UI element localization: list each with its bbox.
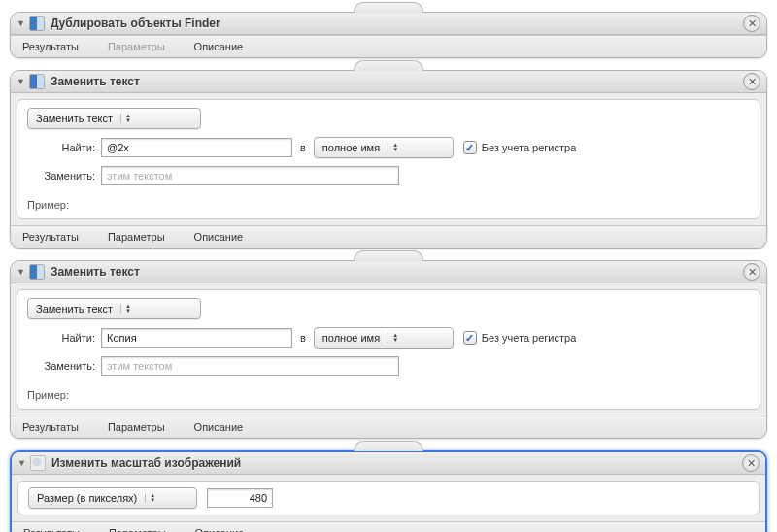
- find-input[interactable]: [101, 138, 292, 157]
- finder-icon: [29, 264, 45, 280]
- example-row: Пример:: [27, 193, 750, 211]
- replace-input[interactable]: [101, 166, 399, 185]
- disclosure-icon[interactable]: ▼: [17, 458, 26, 468]
- mode-select-value: Заменить текст: [36, 303, 113, 315]
- size-mode-select-value: Размер (в пикселях): [37, 492, 137, 504]
- tab-results[interactable]: Результаты: [17, 527, 85, 532]
- action-footer: Результаты Параметры Описание: [12, 521, 765, 532]
- updown-icon: ▲▼: [120, 304, 131, 314]
- action-duplicate-finder: ▼ Дублировать объекты Finder ✕ Результат…: [10, 12, 767, 58]
- mode-select[interactable]: Заменить текст ▲▼: [27, 298, 201, 319]
- close-button[interactable]: ✕: [742, 454, 760, 472]
- disclosure-icon[interactable]: ▼: [17, 18, 25, 28]
- close-button[interactable]: ✕: [743, 73, 760, 90]
- finder-icon: [29, 74, 45, 89]
- scope-select[interactable]: полное имя ▲▼: [314, 327, 454, 349]
- scope-select-value: полное имя: [322, 332, 380, 344]
- tab-options[interactable]: Параметры: [102, 421, 171, 433]
- replace-input[interactable]: [101, 356, 399, 376]
- connector-tab: [354, 2, 423, 13]
- checkbox-icon: ✓: [463, 331, 477, 345]
- action-body: Заменить текст ▲▼ Найти: в полное имя ▲▼…: [17, 99, 760, 219]
- checkbox-icon: ✓: [463, 141, 477, 154]
- example-label: Пример:: [27, 199, 69, 211]
- tab-options: Параметры: [102, 41, 171, 52]
- preview-icon: [30, 455, 46, 471]
- mode-select[interactable]: Заменить текст ▲▼: [27, 108, 201, 129]
- tab-options[interactable]: Параметры: [103, 527, 172, 532]
- scope-select-value: полное имя: [322, 142, 380, 153]
- example-row: Пример:: [27, 383, 750, 401]
- action-titlebar: ▼ Изменить масштаб изображений ✕: [12, 452, 765, 475]
- finder-icon: [29, 16, 45, 31]
- disclosure-icon[interactable]: ▼: [17, 267, 25, 277]
- tab-results[interactable]: Результаты: [17, 41, 84, 52]
- tab-results[interactable]: Результаты: [17, 421, 84, 433]
- action-title: Дублировать объекты Finder: [51, 17, 220, 30]
- scope-select[interactable]: полное имя ▲▼: [314, 137, 454, 158]
- connector-tab: [354, 250, 423, 261]
- find-label: Найти:: [27, 142, 95, 153]
- tab-options[interactable]: Параметры: [102, 231, 171, 243]
- action-replace-text-2: ▼ Заменить текст ✕ Заменить текст ▲▼ Най…: [10, 260, 767, 439]
- find-input[interactable]: [101, 328, 292, 348]
- find-label: Найти:: [27, 332, 95, 344]
- action-body: Размер (в пикселях) ▲▼: [17, 481, 760, 515]
- connector-tab: [354, 60, 423, 71]
- action-titlebar: ▼ Дублировать объекты Finder ✕: [11, 13, 766, 35]
- action-titlebar: ▼ Заменить текст ✕: [11, 71, 766, 93]
- action-scale-images: ▼ Изменить масштаб изображений ✕ Размер …: [10, 450, 767, 532]
- case-checkbox-row[interactable]: ✓ Без учета регистра: [463, 141, 576, 154]
- in-label: в: [300, 332, 306, 344]
- close-button[interactable]: ✕: [743, 263, 760, 281]
- mode-select-value: Заменить текст: [36, 113, 113, 124]
- size-mode-select[interactable]: Размер (в пикселях) ▲▼: [28, 487, 197, 509]
- replace-label: Заменить:: [27, 360, 95, 372]
- close-button[interactable]: ✕: [743, 15, 760, 32]
- case-checkbox-row[interactable]: ✓ Без учета регистра: [463, 331, 576, 345]
- tab-description[interactable]: Описание: [188, 231, 250, 243]
- action-titlebar: ▼ Заменить текст ✕: [11, 261, 766, 283]
- action-footer: Результаты Параметры Описание: [11, 225, 766, 248]
- action-title: Изменить масштаб изображений: [51, 456, 241, 470]
- action-title: Заменить текст: [51, 265, 140, 279]
- updown-icon: ▲▼: [388, 333, 398, 343]
- replace-label: Заменить:: [27, 170, 95, 182]
- updown-icon: ▲▼: [145, 493, 155, 503]
- case-checkbox-label: Без учета регистра: [482, 332, 576, 344]
- updown-icon: ▲▼: [388, 143, 398, 152]
- action-title: Заменить текст: [51, 75, 140, 88]
- case-checkbox-label: Без учета регистра: [482, 142, 576, 153]
- action-replace-text-1: ▼ Заменить текст ✕ Заменить текст ▲▼ Най…: [10, 70, 767, 249]
- updown-icon: ▲▼: [120, 114, 131, 123]
- tab-description[interactable]: Описание: [188, 41, 250, 52]
- size-input[interactable]: [207, 488, 273, 508]
- tab-results[interactable]: Результаты: [17, 231, 84, 243]
- example-label: Пример:: [27, 389, 69, 401]
- action-footer: Результаты Параметры Описание: [11, 35, 766, 57]
- disclosure-icon[interactable]: ▼: [17, 77, 25, 86]
- in-label: в: [300, 142, 306, 153]
- tab-description[interactable]: Описание: [189, 527, 251, 532]
- action-footer: Результаты Параметры Описание: [11, 416, 766, 438]
- connector-tab: [354, 441, 423, 451]
- tab-description[interactable]: Описание: [188, 421, 250, 433]
- action-body: Заменить текст ▲▼ Найти: в полное имя ▲▼…: [17, 289, 760, 410]
